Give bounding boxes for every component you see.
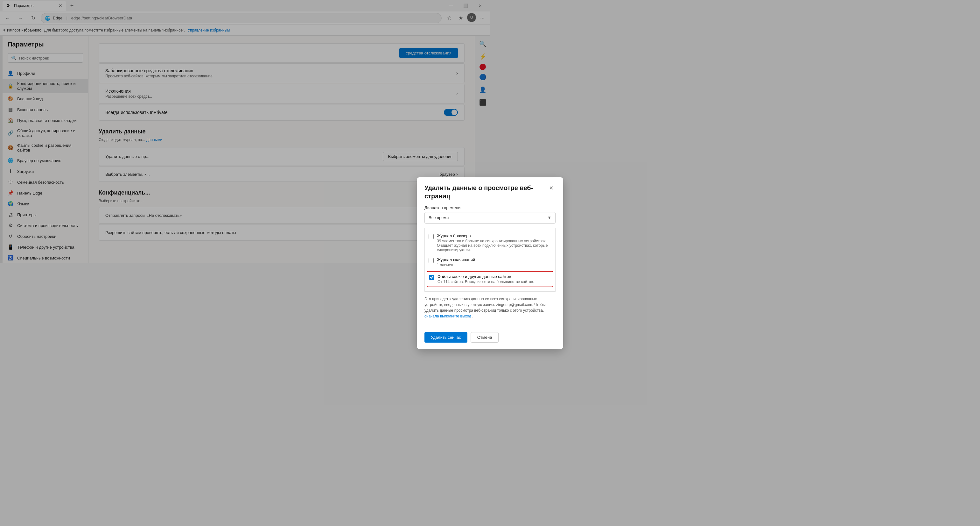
modal-overlay[interactable]: Удалить данные о просмотре веб-страниц ✕…: [0, 0, 490, 263]
history-check-item: Журнал браузера 39 элементов и больше на…: [425, 231, 490, 255]
history-checkbox[interactable]: [429, 234, 434, 239]
history-label: Журнал браузера 39 элементов и больше на…: [437, 233, 490, 252]
downloads-title: Журнал скачиваний: [437, 257, 490, 262]
history-title: Журнал браузера: [437, 233, 490, 238]
modal-title: Удалить данные о просмотре веб-страниц: [425, 184, 490, 200]
clear-data-modal: Удалить данные о просмотре веб-страниц ✕…: [417, 177, 490, 263]
history-desc: 39 элементов и больше на синхронизирован…: [437, 239, 490, 252]
time-range-label: Диапазон времени: [425, 206, 490, 210]
modal-header: Удалить данные о просмотре веб-страниц ✕: [417, 177, 490, 200]
time-range-value: Все время: [429, 215, 449, 220]
downloads-desc: 1 элемент: [437, 263, 490, 263]
checkbox-list: Журнал браузера 39 элементов и больше на…: [425, 228, 490, 263]
downloads-check-item: Журнал скачиваний 1 элемент: [425, 255, 490, 263]
time-range-select[interactable]: Все время ▼: [425, 212, 490, 223]
downloads-label: Журнал скачиваний 1 элемент: [437, 257, 490, 263]
downloads-checkbox[interactable]: [429, 258, 434, 263]
modal-body: Диапазон времени Все время ▼ Журнал брау…: [417, 200, 490, 263]
